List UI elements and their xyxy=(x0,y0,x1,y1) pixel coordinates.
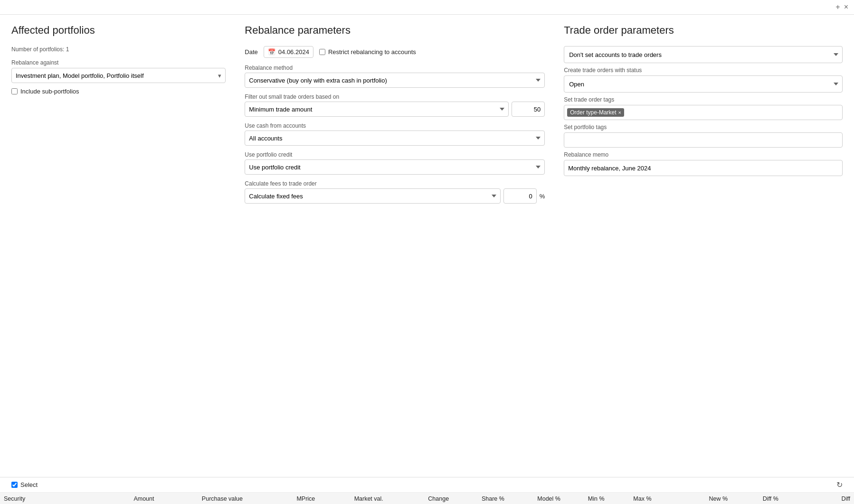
filter-label: Filter out small trade orders based on xyxy=(245,93,545,100)
rebalance-parameters-section: Rebalance parameters Date 📅 04.06.2024 R… xyxy=(245,24,545,475)
method-section: Rebalance method Conservative (buy only … xyxy=(245,65,545,88)
calendar-icon: 📅 xyxy=(268,48,275,56)
filter-dropdown[interactable]: Minimum trade amount xyxy=(245,102,509,117)
cash-label: Use cash from accounts xyxy=(245,122,545,129)
col-diff-pct: Diff % xyxy=(731,493,782,504)
credit-label: Use portfolio credit xyxy=(245,151,545,158)
cash-dropdown[interactable]: All accounts xyxy=(245,131,545,146)
fees-input-row: Calculate fixed fees % xyxy=(245,188,545,204)
portfolios-count: Number of portfolios: 1 xyxy=(11,46,226,53)
memo-label: Rebalance memo xyxy=(564,151,843,158)
date-row: Date 📅 04.06.2024 Restrict rebalancing t… xyxy=(245,46,545,58)
dont-set-accounts-dropdown[interactable]: Don't set accounts to trade orders xyxy=(564,46,843,63)
restrict-checkbox[interactable] xyxy=(319,49,325,55)
close-icon[interactable]: × xyxy=(844,3,848,11)
rebalance-against-select[interactable]: Investment plan, Model portfolio, Portfo… xyxy=(11,68,226,83)
filter-input-row: Minimum trade amount xyxy=(245,102,545,117)
column-headers-row: Security Amount Purchase value MPrice Ma… xyxy=(0,493,854,504)
col-change: Change xyxy=(387,493,453,504)
restrict-label: Restrict rebalancing to accounts xyxy=(328,48,416,56)
main-content: Affected portfolios Number of portfolios… xyxy=(0,15,854,475)
fees-dropdown[interactable]: Calculate fixed fees xyxy=(245,188,500,204)
filter-section: Filter out small trade orders based on M… xyxy=(245,93,545,117)
trade-tags-input[interactable]: Order type-Market × xyxy=(564,105,843,120)
include-sub-portfolios-checkbox[interactable] xyxy=(11,88,18,94)
affected-portfolios-section: Affected portfolios Number of portfolios… xyxy=(11,24,226,475)
portfolio-tags-input[interactable] xyxy=(564,132,843,148)
cash-section: Use cash from accounts All accounts xyxy=(245,122,545,146)
refresh-button[interactable]: ↻ xyxy=(836,480,843,489)
trade-order-title: Trade order parameters xyxy=(564,24,843,37)
create-status-dropdown[interactable]: Open xyxy=(564,75,843,93)
restrict-row: Restrict rebalancing to accounts xyxy=(319,48,416,56)
date-label: Date xyxy=(245,48,257,56)
col-new-pct: New % xyxy=(655,493,732,504)
col-mprice: MPrice xyxy=(247,493,319,504)
percent-label: % xyxy=(540,193,545,200)
bottom-area: Select ↻ Security Amount Purchase value … xyxy=(0,477,854,504)
credit-section: Use portfolio credit Use portfolio credi… xyxy=(245,151,545,175)
col-security: Security xyxy=(0,493,92,504)
affected-portfolios-title: Affected portfolios xyxy=(11,24,226,37)
fees-percent-input[interactable] xyxy=(503,188,537,204)
memo-input[interactable] xyxy=(564,160,843,176)
expand-icon[interactable]: + xyxy=(835,3,840,11)
col-purchase-value: Purchase value xyxy=(158,493,247,504)
col-model-pct: Model % xyxy=(508,493,564,504)
col-market-val: Market val. xyxy=(319,493,387,504)
rebalance-against-label: Rebalance against xyxy=(11,59,226,66)
select-label: Select xyxy=(20,481,38,488)
col-max-pct: Max % xyxy=(608,493,655,504)
select-all-checkbox[interactable] xyxy=(11,482,18,488)
top-bar: + × xyxy=(0,0,854,15)
tag-value: Order type-Market xyxy=(570,109,616,116)
rebalance-against-dropdown[interactable]: Investment plan, Model portfolio, Portfo… xyxy=(16,72,221,79)
include-sub-portfolios-label: Include sub-portfolios xyxy=(20,88,79,95)
order-type-market-tag: Order type-Market × xyxy=(567,108,624,117)
filter-amount-input[interactable] xyxy=(512,102,545,117)
include-sub-portfolios-row: Include sub-portfolios xyxy=(11,88,226,95)
trade-order-section: Trade order parameters Don't set account… xyxy=(564,24,843,475)
table-wrapper: Security Amount Purchase value MPrice Ma… xyxy=(0,493,854,504)
fees-label: Calculate fees to trade order xyxy=(245,180,545,187)
date-input[interactable]: 📅 04.06.2024 xyxy=(264,46,313,58)
securities-table: Security Amount Purchase value MPrice Ma… xyxy=(0,493,854,504)
fees-section: Calculate fees to trade order Calculate … xyxy=(245,180,545,204)
select-bar: Select ↻ xyxy=(0,477,854,493)
create-status-label: Create trade orders with status xyxy=(564,67,843,74)
credit-dropdown[interactable]: Use portfolio credit xyxy=(245,159,545,175)
date-value: 04.06.2024 xyxy=(278,48,309,56)
col-share-pct: Share % xyxy=(453,493,508,504)
rebalance-parameters-title: Rebalance parameters xyxy=(245,24,545,37)
tag-close-icon[interactable]: × xyxy=(618,110,621,115)
trade-tags-label: Set trade order tags xyxy=(564,96,843,103)
method-label: Rebalance method xyxy=(245,65,545,71)
method-dropdown[interactable]: Conservative (buy only with extra cash i… xyxy=(245,73,545,88)
col-amount: Amount xyxy=(92,493,158,504)
col-min-pct: Min % xyxy=(564,493,608,504)
col-diff: Diff xyxy=(782,493,854,504)
portfolio-tags-label: Set portfolio tags xyxy=(564,124,843,131)
